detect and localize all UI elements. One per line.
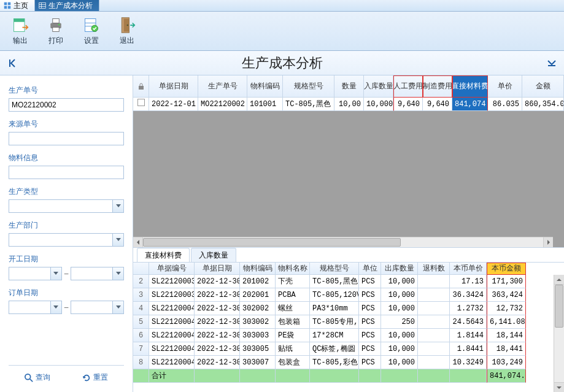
cell-amount: 6,141.08 bbox=[487, 315, 526, 329]
col-amount[interactable]: 金额 bbox=[522, 75, 564, 98]
material-info-input[interactable] bbox=[9, 166, 124, 179]
settings-button[interactable]: 设置 bbox=[77, 13, 106, 49]
cell-price: 1.2732 bbox=[450, 302, 487, 315]
scroll-right-icon[interactable] bbox=[543, 237, 553, 247]
source-order-input[interactable] bbox=[9, 132, 124, 145]
upper-grid[interactable]: 单据日期 生产单号 物料编码 规格型号 数量 入库数量 人工费用 制造费用 直接… bbox=[133, 75, 564, 247]
export-button[interactable]: 输出 bbox=[6, 13, 34, 49]
query-button[interactable]: 查询 bbox=[20, 371, 55, 385]
col-spec[interactable]: 规格型号 bbox=[283, 75, 334, 98]
cell-spec: TC-805,黑色 bbox=[283, 98, 334, 111]
start-date-from[interactable] bbox=[9, 267, 62, 280]
table-row[interactable]: 8SL221200042022-12-30303007包装盒TC-805,彩色P… bbox=[133, 356, 554, 369]
start-date-label: 开工日期 bbox=[9, 254, 124, 264]
lower-grid-header: 单据编号 单据日期 物料编码 物料名称 规格型号 单位 出库数量 退料数 本币单… bbox=[133, 263, 554, 275]
sidebar-footer: 查询 重置 bbox=[9, 365, 124, 388]
col-spec[interactable]: 规格型号 bbox=[310, 263, 359, 275]
col-mfg[interactable]: 制造费用 bbox=[423, 75, 452, 98]
col-order[interactable]: 生产单号 bbox=[198, 75, 247, 98]
scroll-down-icon[interactable] bbox=[554, 382, 564, 392]
col-out-qty[interactable]: 出库数量 bbox=[381, 263, 418, 275]
cell-name: 包装箱 bbox=[276, 315, 310, 329]
lower-grid[interactable]: 单据编号 单据日期 物料编码 物料名称 规格型号 单位 出库数量 退料数 本币单… bbox=[133, 262, 564, 392]
chevron-down-icon[interactable] bbox=[112, 267, 123, 280]
checkbox-icon[interactable] bbox=[137, 99, 145, 106]
col-price[interactable]: 单价 bbox=[488, 75, 522, 98]
chevron-down-icon[interactable] bbox=[112, 301, 123, 313]
tab-analysis[interactable]: 生产成本分析 bbox=[35, 0, 99, 11]
scroll-thumb[interactable] bbox=[555, 285, 563, 328]
col-unit[interactable]: 单位 bbox=[359, 263, 381, 275]
col-material[interactable]: 物料编码 bbox=[247, 75, 283, 98]
h-scrollbar[interactable] bbox=[133, 237, 553, 247]
cell-labor: 9,640 bbox=[393, 98, 423, 111]
svg-rect-1 bbox=[8, 2, 11, 6]
table-row[interactable]: 2022-12-01 MO22120002 101001 TC-805,黑色 1… bbox=[133, 98, 564, 111]
tab-direct-material[interactable]: 直接材料费 bbox=[137, 248, 190, 263]
table-row[interactable]: 5SL221200042022-12-30303002包装箱TC-805专用,5… bbox=[133, 315, 554, 329]
scroll-up-icon[interactable] bbox=[554, 275, 564, 285]
prod-type-combo[interactable] bbox=[9, 199, 124, 213]
tab-analysis-label: 生产成本分析 bbox=[48, 1, 93, 11]
print-button[interactable]: 打印 bbox=[42, 13, 70, 49]
scroll-left-icon[interactable] bbox=[133, 237, 143, 247]
chevron-down-icon[interactable] bbox=[112, 234, 123, 246]
col-direct-mat[interactable]: 直接材料费 bbox=[452, 75, 488, 98]
prod-dept-combo[interactable] bbox=[9, 233, 124, 247]
svg-rect-11 bbox=[53, 18, 60, 23]
reset-label: 重置 bbox=[93, 372, 108, 383]
col-in-qty[interactable]: 入库数量 bbox=[364, 75, 393, 98]
cell-doc: SL22120004 bbox=[149, 329, 195, 342]
cell-rownum bbox=[133, 369, 149, 383]
cell-price: 24.5643 bbox=[450, 315, 487, 329]
cell-amount: 18,144 bbox=[487, 329, 526, 342]
v-scrollbar[interactable] bbox=[554, 275, 564, 392]
source-order-label: 来源单号 bbox=[9, 119, 124, 129]
cell-ret bbox=[418, 315, 450, 329]
cell-price: 36.3424 bbox=[450, 288, 487, 302]
col-date[interactable]: 单据日期 bbox=[149, 75, 198, 98]
start-date-to[interactable] bbox=[71, 267, 124, 280]
col-mat-code[interactable]: 物料编码 bbox=[240, 263, 276, 275]
tab-home[interactable]: 主页 bbox=[0, 0, 35, 11]
col-unit-price[interactable]: 本币单价 bbox=[450, 263, 487, 275]
col-doc-no[interactable]: 单据编号 bbox=[149, 263, 195, 275]
cell-amount: 18,441 bbox=[487, 342, 526, 356]
svg-point-22 bbox=[25, 374, 31, 379]
table-row[interactable]: 7SL221200042022-12-30303005贴纸QC标签,椭圆PCS1… bbox=[133, 342, 554, 356]
exit-button[interactable]: 退出 bbox=[113, 13, 141, 49]
svg-rect-9 bbox=[14, 18, 25, 21]
chevron-down-icon[interactable] bbox=[112, 200, 123, 212]
order-date-from[interactable] bbox=[9, 301, 62, 314]
cell-rownum: 6 bbox=[133, 329, 149, 342]
col-amount[interactable]: 本币金额 bbox=[487, 263, 526, 275]
col-mat-name[interactable]: 物料名称 bbox=[276, 263, 310, 275]
row-check[interactable] bbox=[133, 98, 149, 111]
nav-first-icon[interactable] bbox=[6, 57, 18, 69]
chevron-down-icon[interactable] bbox=[50, 267, 61, 280]
svg-point-13 bbox=[58, 23, 60, 25]
cell-code: 303005 bbox=[240, 342, 276, 356]
order-date-to[interactable] bbox=[71, 301, 124, 314]
prod-order-input[interactable] bbox=[9, 98, 124, 112]
table-row[interactable]: 6SL221200042022-12-30303003PE袋17*28CMPCS… bbox=[133, 329, 554, 342]
collapse-icon[interactable] bbox=[546, 57, 558, 69]
col-doc-date[interactable]: 单据日期 bbox=[195, 263, 240, 275]
settings-label: 设置 bbox=[84, 36, 99, 46]
scroll-thumb[interactable] bbox=[143, 238, 401, 247]
col-qty[interactable]: 数量 bbox=[334, 75, 364, 98]
cell-spec: TC-805,黑色 bbox=[310, 275, 359, 288]
cell-doc: SL22120003 bbox=[149, 288, 195, 302]
chevron-down-icon[interactable] bbox=[50, 301, 61, 313]
table-row[interactable]: 2SL221200032022-12-30201002下壳TC-805,黑色PC… bbox=[133, 275, 554, 288]
table-row[interactable]: 4SL221200042022-12-30302002螺丝PA3*10mmPCS… bbox=[133, 302, 554, 315]
tab-in-qty[interactable]: 入库数量 bbox=[191, 248, 236, 263]
table-row[interactable]: 3SL221200032022-12-30202001PCBATC-805,12… bbox=[133, 288, 554, 302]
col-ret-qty[interactable]: 退料数 bbox=[418, 263, 450, 275]
cell-amount: 12,732 bbox=[487, 302, 526, 315]
col-lock[interactable] bbox=[133, 75, 149, 98]
total-row: 合计 841,074.0 bbox=[133, 369, 554, 383]
col-labor[interactable]: 人工费用 bbox=[393, 75, 423, 98]
reset-button[interactable]: 重置 bbox=[77, 371, 113, 385]
cell-price: 10.3249 bbox=[450, 356, 487, 369]
